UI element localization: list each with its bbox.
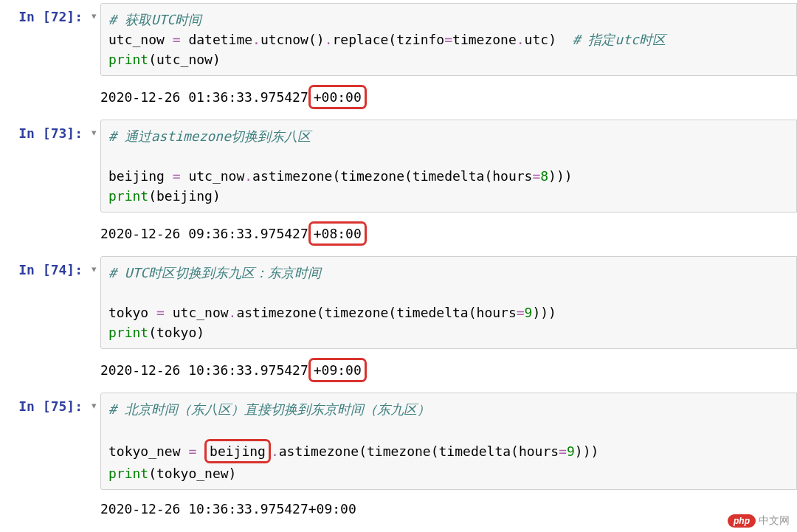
code-token: hours xyxy=(492,168,532,184)
code-token: hours xyxy=(519,443,559,459)
code-token: = xyxy=(165,168,189,184)
code-token: ( xyxy=(148,466,156,481)
code-token: utc_now xyxy=(188,168,244,184)
code-comment: # 获取UTC时间 xyxy=(108,12,201,27)
code-token: = xyxy=(559,443,567,459)
output-text: 2020-12-26 01:36:33.975427+00:00 xyxy=(100,82,797,117)
code-token: beijing xyxy=(156,188,213,204)
code-token: ( xyxy=(359,443,367,459)
output-text-part: 2020-12-26 01:36:33.975427 xyxy=(100,89,308,105)
code-token: ))) xyxy=(532,305,556,320)
prompt-number: 72 xyxy=(51,9,67,24)
output-row: 2020-12-26 10:36:33.975427+09:00 xyxy=(0,355,797,390)
code-input[interactable]: # 获取UTC时间 utc_now = datetime.utcnow().re… xyxy=(100,3,797,76)
code-token: = xyxy=(148,305,173,320)
code-token: ))) xyxy=(548,168,573,184)
code-token: ( xyxy=(148,52,156,67)
code-token: utc_now xyxy=(156,52,213,67)
chevron-down-icon: ▾ xyxy=(92,263,97,274)
code-token: replace xyxy=(332,32,388,47)
prompt-label: In [ xyxy=(18,398,50,414)
code-token: = xyxy=(165,32,189,47)
cell-collapser[interactable]: ▾ xyxy=(87,120,100,138)
code-comment: # UTC时区切换到东九区：东京时间 xyxy=(108,265,321,280)
code-token: . xyxy=(229,305,237,320)
code-token: . xyxy=(517,32,525,47)
output-text: 2020-12-26 09:36:33.975427+08:00 xyxy=(100,218,797,253)
code-token: ( xyxy=(469,305,477,320)
code-token: ( xyxy=(511,443,519,459)
input-prompt: In [72]: xyxy=(0,3,87,24)
prompt-number: 75 xyxy=(51,398,67,414)
output-collapser[interactable] xyxy=(87,355,100,362)
prompt-number: 73 xyxy=(51,125,67,141)
output-text-part: 2020-12-26 10:36:33.975427+09:00 xyxy=(100,501,356,517)
prompt-suffix: ]: xyxy=(66,262,83,277)
code-token: tokyo_new xyxy=(156,466,229,481)
output-collapser[interactable] xyxy=(87,496,100,503)
highlighted-output: +00:00 xyxy=(308,85,367,109)
output-collapser[interactable] xyxy=(87,82,100,89)
cell-collapser[interactable]: ▾ xyxy=(87,256,100,274)
output-row: 2020-12-26 01:36:33.975427+00:00 xyxy=(0,82,797,117)
code-token: 8 xyxy=(540,168,548,184)
notebook-cell: In [73]: ▾ # 通过astimezone切换到东八区 beijing … xyxy=(0,120,797,253)
code-token: print xyxy=(108,52,148,67)
output-text: 2020-12-26 10:36:33.975427+09:00 xyxy=(100,496,797,526)
notebook-cell: In [72]: ▾ # 获取UTC时间 utc_now = datetime.… xyxy=(0,3,797,117)
code-token: ) xyxy=(213,52,221,67)
chevron-down-icon: ▾ xyxy=(92,127,97,138)
output-prompt xyxy=(0,496,87,502)
code-comment: # 指定utc时区 xyxy=(573,32,666,47)
output-collapser[interactable] xyxy=(87,218,100,226)
chevron-down-icon: ▾ xyxy=(92,10,97,21)
chevron-down-icon: ▾ xyxy=(92,400,97,411)
code-token: astimezone xyxy=(252,168,332,184)
code-token: print xyxy=(108,325,148,340)
code-token: utc_now xyxy=(108,32,165,47)
code-token: . xyxy=(252,32,261,47)
code-token: tokyo xyxy=(108,305,148,320)
input-row: In [72]: ▾ # 获取UTC时间 utc_now = datetime.… xyxy=(0,3,797,76)
code-token: beijing xyxy=(108,168,165,184)
code-token: 9 xyxy=(567,443,575,459)
notebook-cell: In [74]: ▾ # UTC时区切换到东九区：东京时间 tokyo = ut… xyxy=(0,256,797,390)
code-token: = xyxy=(517,305,525,320)
code-token xyxy=(556,32,573,47)
code-token: ) xyxy=(548,32,556,47)
code-token: timedelta xyxy=(396,305,469,320)
code-token: = xyxy=(181,443,205,459)
code-token: tokyo xyxy=(156,325,196,340)
watermark-text: 中文网 xyxy=(759,514,790,526)
code-token: ( xyxy=(388,32,396,47)
output-row: 2020-12-26 09:36:33.975427+08:00 xyxy=(0,218,797,253)
code-token: 9 xyxy=(525,305,533,320)
code-input[interactable]: # UTC时区切换到东九区：东京时间 tokyo = utc_now.astim… xyxy=(100,256,797,349)
code-input[interactable]: # 通过astimezone切换到东八区 beijing = utc_now.a… xyxy=(100,120,797,213)
output-row: 2020-12-26 10:36:33.975427+09:00 xyxy=(0,496,797,526)
code-token: = xyxy=(532,168,540,184)
code-token: astimezone xyxy=(279,443,359,459)
prompt-number: 74 xyxy=(51,262,67,277)
input-row: In [73]: ▾ # 通过astimezone切换到东八区 beijing … xyxy=(0,120,797,213)
code-token: () xyxy=(308,32,325,47)
cell-collapser[interactable]: ▾ xyxy=(87,3,100,21)
notebook-cell: In [75]: ▾ # 北京时间（东八区）直接切换到东京时间（东九区） tok… xyxy=(0,393,797,526)
code-token: ( xyxy=(317,305,325,320)
code-input[interactable]: # 北京时间（东八区）直接切换到东京时间（东九区） tokyo_new = be… xyxy=(100,393,797,490)
code-token: ( xyxy=(148,325,156,340)
prompt-suffix: ]: xyxy=(66,9,83,24)
highlighted-code: beijing xyxy=(204,439,271,463)
prompt-suffix: ]: xyxy=(66,398,83,414)
cell-collapser[interactable]: ▾ xyxy=(87,393,100,411)
watermark-pill: php xyxy=(728,514,756,526)
input-prompt: In [74]: xyxy=(0,256,87,277)
highlighted-output: +08:00 xyxy=(308,221,367,246)
code-token: . xyxy=(271,443,279,459)
code-token: astimezone xyxy=(236,305,316,320)
code-token: timezone xyxy=(340,168,404,184)
code-token: timedelta xyxy=(439,443,511,459)
code-token: ))) xyxy=(575,443,599,459)
code-token: ( xyxy=(332,168,340,184)
code-token: ( xyxy=(148,188,156,204)
